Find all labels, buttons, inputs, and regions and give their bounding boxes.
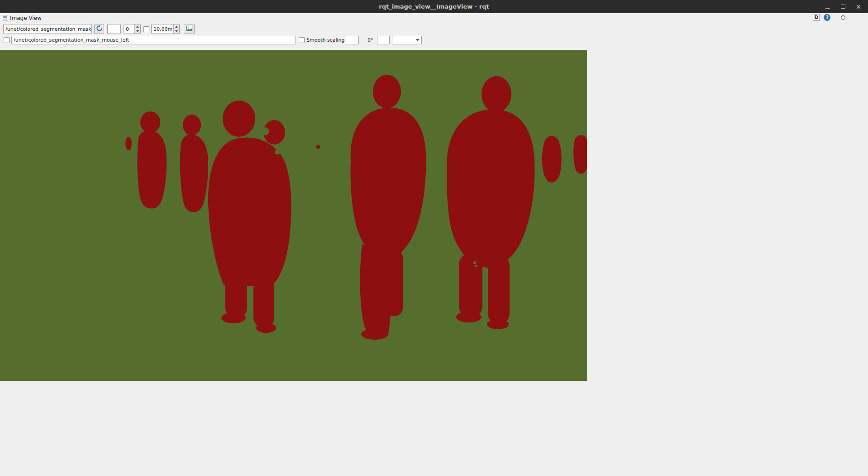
rotation-aux-field[interactable] [345, 36, 359, 44]
person-silhouette-4 [350, 75, 426, 340]
person-silhouette-6 [542, 136, 562, 183]
smooth-scaling-checkbox[interactable] [299, 37, 305, 43]
toolbar-row-2: Smooth scaling 0° [0, 36, 868, 46]
smooth-scaling-label: Smooth scaling [306, 36, 345, 44]
person-silhouette-1 [138, 111, 167, 208]
topic-combo-value: /unet/colored_segmentation_mask [5, 26, 91, 32]
window-controls: × [825, 0, 862, 13]
small-dot-center [316, 145, 320, 149]
refresh-topics-button[interactable] [94, 24, 104, 34]
help-icon[interactable]: ? [824, 14, 830, 21]
save-image-icon [186, 25, 193, 34]
minimize-icon[interactable] [825, 4, 831, 10]
maximize-icon[interactable] [840, 4, 846, 10]
spinner-arrows[interactable] [134, 24, 140, 34]
max-range-spinbox-value: 10.00m [153, 26, 172, 32]
aux-field[interactable] [107, 24, 121, 34]
window-titlebar: rqt_image_view__ImageView - rqt × [0, 0, 868, 13]
dock-minimize-icon[interactable]: - [835, 14, 837, 21]
close-icon[interactable]: × [855, 4, 862, 10]
topic-combo[interactable]: /unet/colored_segmentation_mask [3, 24, 92, 34]
spinner-arrows[interactable] [173, 24, 179, 34]
dock-header: Image View D ? - [0, 13, 868, 23]
dynamic-range-checkbox[interactable] [143, 26, 149, 32]
max-range-spinbox[interactable]: 10.00m [151, 24, 180, 34]
segmentation-mask-image [0, 50, 587, 381]
chevron-down-icon [416, 39, 420, 41]
rotation-combo[interactable] [392, 36, 422, 44]
dock-title: Image View [10, 15, 42, 21]
image-view-icon [2, 14, 8, 23]
person-silhouette-7 [573, 135, 587, 173]
toolbar-row-1: /unet/colored_segmentation_mask 0 10.00m [0, 24, 868, 36]
dock-undock-icon[interactable] [841, 15, 845, 20]
rotation-label: 0° [367, 36, 373, 44]
person-silhouette-5 [447, 76, 534, 329]
small-blob-left-edge [125, 137, 132, 150]
dock-buttons: D ? - [813, 14, 845, 21]
zoom-spinbox-value: 0 [126, 26, 129, 32]
save-image-button[interactable] [184, 24, 195, 34]
publish-click-checkbox[interactable] [4, 37, 10, 43]
refresh-icon [96, 25, 103, 34]
window-title: rqt_image_view__ImageView - rqt [379, 3, 489, 10]
segmentation-image-view[interactable] [0, 50, 587, 381]
rotation-value-field[interactable] [377, 36, 390, 44]
person-silhouette-3 [208, 101, 291, 333]
dock-d-button[interactable]: D [813, 14, 820, 21]
person-silhouette-2 [180, 115, 208, 212]
mouse-topic-input[interactable] [11, 36, 296, 44]
zoom-spinbox[interactable]: 0 [124, 24, 141, 34]
